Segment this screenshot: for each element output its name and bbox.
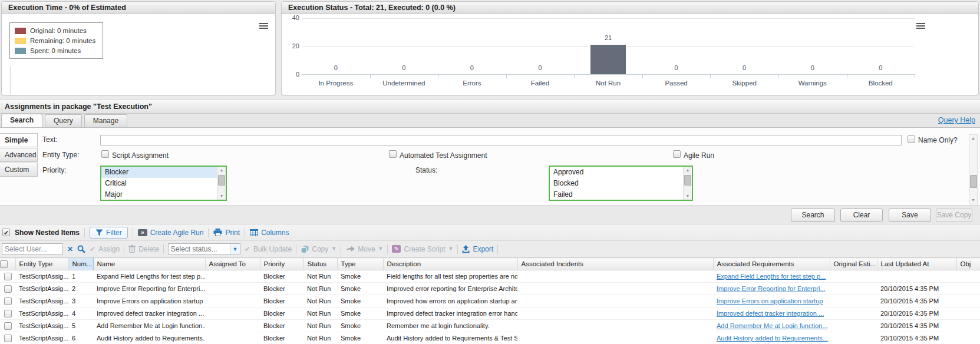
status-listbox[interactable]: Approved Blocked Failed ▲ ▼ [549, 166, 693, 201]
scrollbar-thumb[interactable] [970, 175, 977, 188]
scrollbar-thumb[interactable] [218, 175, 225, 186]
agile-run-checkbox[interactable] [673, 150, 681, 158]
column-header-last-updated-at[interactable]: Last Updated At [877, 258, 956, 270]
column-header-original-estimate[interactable]: Original Esti... [830, 258, 877, 270]
select-all-checkbox[interactable] [0, 260, 8, 268]
scroll-down-icon[interactable]: ▼ [217, 193, 226, 200]
listbox-scrollbar[interactable]: ▲ ▼ [217, 167, 226, 200]
clear-button[interactable]: Clear [840, 209, 883, 222]
column-header-assigned-to[interactable]: Assigned To [205, 258, 260, 270]
listbox-scrollbar[interactable]: ▲ ▼ [683, 167, 692, 200]
table-row[interactable]: TestScriptAssig... 2 Improve Error Repor… [0, 283, 980, 295]
form-scrollbar[interactable]: ▲ ▼ [969, 134, 978, 204]
save-button[interactable]: Save [889, 209, 931, 222]
scroll-down-icon[interactable]: ▼ [684, 193, 692, 200]
requirement-link[interactable]: Improve Errors on application startup [717, 297, 823, 305]
query-help-link[interactable]: Query Help [938, 116, 975, 124]
side-tab-simple[interactable]: Simple [0, 133, 38, 147]
scrollbar-thumb[interactable] [684, 175, 691, 186]
export-button[interactable]: Export [462, 245, 493, 253]
column-header-obj[interactable]: Obj [956, 258, 980, 270]
scroll-down-icon[interactable]: ▼ [969, 197, 977, 204]
priority-option[interactable]: Major [101, 189, 217, 200]
show-nested-items-checkbox[interactable] [2, 229, 10, 236]
requirement-link[interactable]: Audit History added to Requirements... [717, 335, 828, 342]
select-user-input[interactable] [2, 243, 63, 254]
column-header-status[interactable]: Status [303, 258, 337, 270]
column-header-num[interactable]: Num... [68, 258, 93, 270]
requirement-link[interactable]: Improve Error Reporting for Enterpri... [717, 285, 826, 292]
columns-button[interactable]: Columns [250, 229, 289, 237]
row-checkbox[interactable] [4, 285, 12, 293]
row-checkbox[interactable] [4, 335, 12, 342]
search-text-input[interactable] [100, 135, 902, 145]
chart-menu-icon[interactable] [259, 23, 268, 24]
column-header-name[interactable]: Name [93, 258, 205, 270]
execution-time-legend: Original: 0 minutes Remaining: 0 minutes… [9, 22, 103, 59]
caret-down-icon: ▼ [448, 246, 454, 252]
status-label: Status: [415, 166, 437, 174]
table-row[interactable]: TestScriptAssig... 3 Improve Errors on a… [0, 295, 980, 307]
chart-bar-column: 0 [847, 18, 915, 74]
scroll-up-icon[interactable]: ▲ [217, 167, 226, 174]
name-only-checkbox[interactable] [908, 135, 915, 143]
select-status-dropdown[interactable]: Select status... ▼ [168, 243, 240, 254]
cell-name: Add Remember Me at Login function... [93, 320, 205, 332]
checkmark-icon: ✔ [90, 245, 95, 253]
status-option[interactable]: Approved [550, 167, 683, 178]
priority-listbox[interactable]: Blocker Critical Major ▲ ▼ [100, 166, 227, 201]
bar-value-label: 0 [710, 64, 778, 71]
clear-user-icon[interactable]: ✕ [67, 245, 73, 253]
tab-query[interactable]: Query [45, 114, 82, 127]
tab-manage[interactable]: Manage [84, 114, 127, 127]
execution-status-title: Execution Status - Total: 21, Executed: … [288, 4, 456, 12]
scroll-up-icon[interactable]: ▲ [684, 167, 692, 174]
y-axis-tick: 0 [284, 71, 299, 78]
requirement-link[interactable]: Expand Field Lengths for test step p... [717, 273, 826, 280]
table-row[interactable]: TestScriptAssig... 5 Add Remember Me at … [0, 320, 980, 332]
column-header-type[interactable]: Type [337, 258, 383, 270]
requirement-link[interactable]: Improved defect tracker integration ... [717, 310, 824, 317]
scroll-up-icon[interactable]: ▲ [969, 135, 977, 142]
status-option[interactable]: Failed [550, 189, 683, 200]
requirement-link[interactable]: Add Remember Me at Login function... [717, 322, 827, 329]
column-header-priority[interactable]: Priority [260, 258, 303, 270]
cell-last-updated-at: 20/10/2015 4:35 PM [877, 295, 956, 307]
chart-bar-column: 0 [370, 18, 438, 74]
table-row[interactable]: TestScriptAssig... 6 Audit History added… [0, 332, 980, 344]
separator [245, 228, 245, 237]
column-header-description[interactable]: Description [383, 258, 517, 270]
row-checkbox[interactable] [4, 273, 12, 280]
table-row[interactable]: TestScriptAssig... 1 Expand Field Length… [0, 270, 980, 283]
column-header-associated-requirements[interactable]: Associated Requirements [713, 258, 830, 270]
status-option[interactable]: Blocked [550, 178, 683, 189]
cell-num: 2 [68, 283, 93, 295]
priority-option[interactable]: Critical [101, 178, 217, 189]
cell-num: 4 [68, 307, 93, 320]
table-row[interactable]: TestScriptAssig... 4 Improved defect tra… [0, 307, 980, 320]
column-header-entity-type[interactable]: Entity Type [15, 258, 68, 270]
row-checkbox[interactable] [4, 310, 12, 317]
x-axis-label: Errors [438, 80, 506, 87]
cell-entity-type: TestScriptAssig... [15, 307, 68, 320]
chevron-down-icon[interactable]: ▼ [230, 244, 240, 254]
filter-button[interactable]: Filter [90, 227, 128, 239]
priority-option[interactable]: Blocker [101, 167, 217, 178]
side-tab-advanced[interactable]: Advanced [0, 148, 38, 162]
legend-swatch-original [15, 28, 26, 34]
move-label: Move [358, 245, 375, 253]
search-icon[interactable] [77, 245, 85, 253]
row-checkbox[interactable] [4, 297, 12, 305]
script-assignment-checkbox[interactable] [101, 150, 109, 158]
automated-test-assignment-checkbox[interactable] [389, 150, 397, 158]
cell-name: Expand Field Lengths for test step p... [93, 270, 205, 283]
row-checkbox[interactable] [4, 322, 12, 330]
chart-menu-icon[interactable] [916, 23, 925, 24]
side-tab-custom[interactable]: Custom [0, 163, 38, 177]
search-button[interactable]: Search [791, 209, 835, 222]
column-header-associated-incidents[interactable]: Associated Incidents [517, 258, 713, 270]
print-button[interactable]: Print [213, 229, 240, 237]
tab-search[interactable]: Search [1, 114, 42, 127]
create-agile-run-button[interactable]: » Create Agile Run [138, 229, 204, 237]
separator [341, 244, 341, 254]
